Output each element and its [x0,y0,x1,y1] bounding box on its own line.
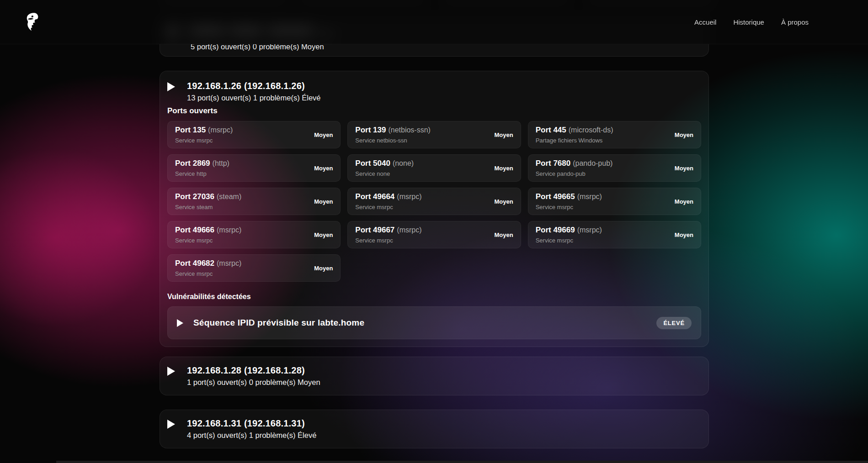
port-service: Service msrpc [536,237,602,244]
ports-heading: Ports ouverts [167,106,701,116]
port-protocol: (steam) [217,193,241,200]
port-info: Port 2869(http) Service http [175,159,229,177]
port-info: Port 5040(none) Service none [355,159,414,177]
host-card-192-168-1-28[interactable]: 192.168.1.28 (192.168.1.28) 1 port(s) ou… [160,357,709,395]
port-protocol: (msrpc) [577,226,602,234]
port-severity-badge: Moyen [314,198,333,205]
nav-link-historique[interactable]: Historique [733,18,764,26]
port-number: Port 135(msrpc) [175,126,233,135]
host-card-192-168-1-31[interactable]: 192.168.1.31 (192.168.1.31) 4 port(s) ou… [160,410,709,448]
port-info: Port 7680(pando-pub) Service pando-pub [536,159,613,177]
port-card[interactable]: Port 7680(pando-pub) Service pando-pub M… [528,154,701,182]
port-number: Port 49666(msrpc) [175,226,241,235]
port-info: Port 135(msrpc) Service msrpc [175,126,233,144]
port-card[interactable]: Port 49666(msrpc) Service msrpc Moyen [167,221,341,248]
port-number: Port 49667(msrpc) [355,226,421,235]
port-protocol: (msrpc) [217,226,241,234]
port-severity-badge: Moyen [675,132,693,138]
vulnerability-row[interactable]: Séquence IPID prévisible sur labte.home … [167,306,701,339]
footer-strip [56,461,868,463]
port-card[interactable]: Port 49664(msrpc) Service msrpc Moyen [347,188,521,215]
port-protocol: (msrpc) [397,193,421,200]
host-summary: 4 port(s) ouvert(s) 1 problème(s) Élevé [187,430,316,440]
port-card[interactable]: Port 5040(none) Service none Moyen [347,154,521,182]
port-service: Service msrpc [536,204,602,210]
port-number: Port 27036(steam) [175,192,241,201]
port-number: Port 5040(none) [355,159,414,168]
port-info: Port 49669(msrpc) Service msrpc [536,226,602,244]
port-service: Service msrpc [175,270,241,277]
host-summary: 1 port(s) ouvert(s) 0 problème(s) Moyen [187,377,320,387]
port-card[interactable]: Port 49669(msrpc) Service msrpc Moyen [528,221,701,248]
vulnerability-title: Séquence IPID prévisible sur labte.home [193,318,364,328]
port-number: Port 2869(http) [175,159,229,168]
host-title: 192.168.1.31 (192.168.1.31) [187,418,316,429]
port-card[interactable]: Port 139(netbios-ssn) Service netbios-ss… [347,121,521,148]
port-service: Service msrpc [355,204,421,210]
port-info: Port 445(microsoft-ds) Partage fichiers … [536,126,613,144]
port-number: Port 49682(msrpc) [175,259,241,268]
vulns-list: Séquence IPID prévisible sur labte.home … [167,306,701,339]
port-service: Service none [355,170,414,177]
nav-link-a-propos[interactable]: À propos [781,18,809,26]
port-severity-badge: Moyen [314,232,333,238]
port-service: Service msrpc [175,137,233,144]
port-severity-badge: Moyen [494,165,513,172]
port-severity-badge: Moyen [314,265,333,272]
port-card[interactable]: Port 49665(msrpc) Service msrpc Moyen [528,188,701,215]
port-service: Service pando-pub [536,170,613,177]
eagle-logo[interactable] [24,12,40,32]
port-service: Service steam [175,204,241,210]
port-number: Port 445(microsoft-ds) [536,126,613,135]
port-severity-badge: Moyen [675,232,693,238]
port-info: Port 49665(msrpc) Service msrpc [536,192,602,210]
port-service: Service netbios-ssn [355,137,431,144]
port-info: Port 27036(steam) Service steam [175,192,241,210]
port-severity-badge: Moyen [314,165,333,172]
expand-arrow-icon[interactable] [167,420,175,429]
port-number: Port 7680(pando-pub) [536,159,613,168]
port-protocol: (http) [213,159,229,167]
port-severity-badge: Moyen [314,132,333,138]
port-protocol: (microsoft-ds) [569,126,613,134]
page: 5 port(s) ouvert(s) 0 problème(s) Moyen … [0,0,868,463]
port-severity-badge: Moyen [494,232,513,238]
port-service: Service http [175,170,229,177]
port-card[interactable]: Port 445(microsoft-ds) Partage fichiers … [528,121,701,148]
port-number: Port 49669(msrpc) [536,226,602,235]
port-protocol: (msrpc) [217,259,241,267]
ports-grid: Port 135(msrpc) Service msrpc Moyen Port… [167,121,701,282]
host-card-header[interactable]: 192.168.1.26 (192.168.1.26) 13 port(s) o… [167,80,701,103]
port-info: Port 49682(msrpc) Service msrpc [175,259,241,277]
expand-arrow-icon[interactable] [167,367,175,376]
port-card[interactable]: Port 2869(http) Service http Moyen [167,154,341,182]
port-protocol: (msrpc) [577,193,602,200]
port-number: Port 139(netbios-ssn) [355,126,431,135]
port-severity-badge: Moyen [494,198,513,205]
host-title: 192.168.1.26 (192.168.1.26) [187,80,321,92]
nav-links: Accueil Historique À propos [694,18,809,26]
port-card[interactable]: Port 135(msrpc) Service msrpc Moyen [167,121,341,148]
port-protocol: (msrpc) [397,226,421,234]
port-info: Port 49666(msrpc) Service msrpc [175,226,241,244]
port-card[interactable]: Port 49682(msrpc) Service msrpc Moyen [167,254,341,282]
port-info: Port 49667(msrpc) Service msrpc [355,226,421,244]
port-card[interactable]: Port 49667(msrpc) Service msrpc Moyen [347,221,521,248]
port-severity-badge: Moyen [675,165,693,172]
host-title: 192.168.1.28 (192.168.1.28) [187,365,320,376]
port-card[interactable]: Port 27036(steam) Service steam Moyen [167,188,341,215]
port-protocol: (msrpc) [208,126,233,134]
port-severity-badge: Moyen [675,198,693,205]
nav-link-accueil[interactable]: Accueil [694,18,716,26]
port-service: Service msrpc [355,237,421,244]
navbar: Accueil Historique À propos [0,0,868,44]
port-protocol: (pando-pub) [573,159,612,167]
port-info: Port 49664(msrpc) Service msrpc [355,192,421,210]
port-info: Port 139(netbios-ssn) Service netbios-ss… [355,126,431,144]
port-protocol: (none) [393,159,414,167]
host-card-192-168-1-26: 192.168.1.26 (192.168.1.26) 13 port(s) o… [160,71,709,347]
expand-arrow-icon[interactable] [167,82,175,91]
port-service: Service msrpc [175,237,241,244]
port-number: Port 49664(msrpc) [355,192,421,201]
expand-arrow-icon[interactable] [177,319,183,327]
